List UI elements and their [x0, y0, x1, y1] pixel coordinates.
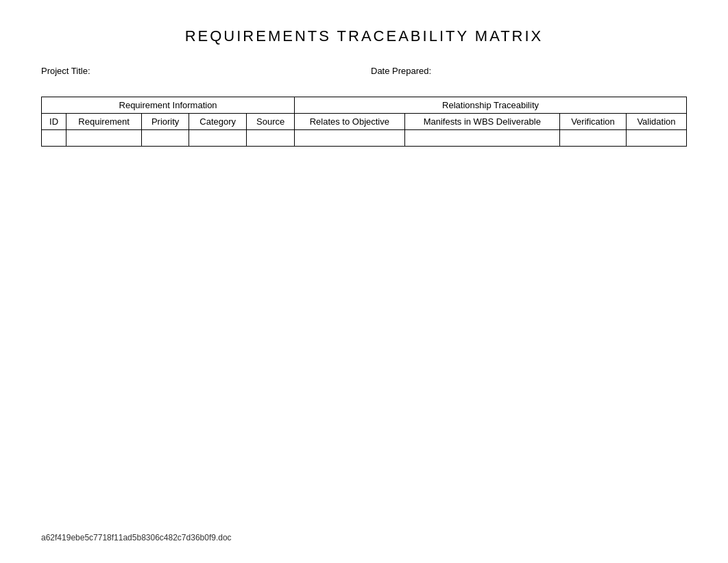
date-prepared-label: Date Prepared: [371, 66, 431, 76]
col-validation: Validation [626, 114, 686, 130]
meta-row: Project Title: Date Prepared: [41, 66, 687, 76]
traceability-table: Requirement Information Relationship Tra… [41, 97, 687, 147]
col-manifests-in-wbs: Manifests in WBS Deliverable [404, 114, 559, 130]
project-title-field: Project Title: [41, 66, 357, 76]
col-id: ID [42, 114, 66, 130]
req-info-header: Requirement Information [42, 97, 295, 114]
cell-id [42, 130, 66, 147]
group-header-row: Requirement Information Relationship Tra… [42, 97, 687, 114]
footer-document-id: a62f419ebe5c7718f11ad5b8306c482c7d36b0f9… [41, 533, 232, 542]
col-header-row: ID Requirement Priority Category Source … [42, 114, 687, 130]
cell-manifests-in-wbs [404, 130, 559, 147]
cell-relates-to-objective [295, 130, 404, 147]
cell-source [247, 130, 295, 147]
col-priority: Priority [142, 114, 189, 130]
col-source: Source [247, 114, 295, 130]
col-category: Category [189, 114, 247, 130]
page-container: REQUIREMENTS TRACEABILITY MATRIX Project… [0, 0, 728, 563]
cell-verification [559, 130, 626, 147]
cell-validation [626, 130, 686, 147]
project-title-label: Project Title: [41, 66, 90, 76]
rel-trace-header: Relationship Traceability [295, 97, 687, 114]
col-verification: Verification [559, 114, 626, 130]
col-relates-to-objective: Relates to Objective [295, 114, 404, 130]
table-wrapper: Requirement Information Relationship Tra… [41, 97, 687, 147]
col-requirement: Requirement [66, 114, 142, 130]
page-title: REQUIREMENTS TRACEABILITY MATRIX [41, 27, 687, 45]
table-row [42, 130, 687, 147]
cell-category [189, 130, 247, 147]
cell-requirement [66, 130, 142, 147]
date-prepared-field: Date Prepared: [357, 66, 687, 76]
cell-priority [142, 130, 189, 147]
